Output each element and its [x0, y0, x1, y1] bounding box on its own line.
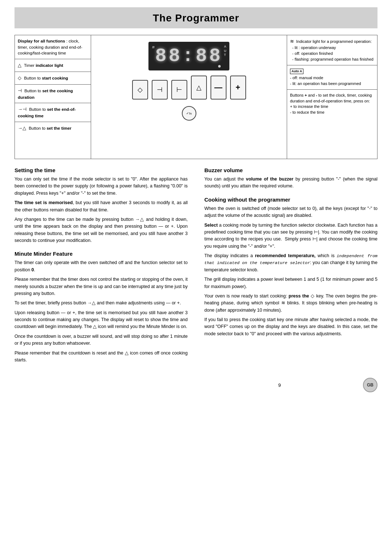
body-left: Setting the time You can only set the ti…: [15, 167, 191, 366]
minute-minder-para-3: To set the timer, briefly press button →…: [15, 300, 188, 307]
cooking-without-para-6: If you fail to press the cooking start k…: [204, 316, 377, 337]
label-display: Display for all functions : clock, timer…: [15, 35, 91, 59]
cooking-without-para-3: The display indicates a recommended temp…: [204, 252, 377, 274]
diagram-box: Display for all functions : clock, timer…: [15, 35, 377, 159]
cooking-without-para-4: The grill display indicates a power leve…: [204, 276, 377, 290]
center-panel: m 88:88 AUT ◇ ⊣ ⊢ △ —: [91, 35, 287, 159]
btn-col-1: ◇: [132, 80, 148, 100]
oven-display: m 88:88 AUT: [148, 42, 229, 70]
minute-minder-para-1: The timer can only operate with the oven…: [15, 259, 188, 274]
page-title-bar: The Programmer: [15, 7, 377, 28]
section-minute-minder-title: Minute Minder Feature: [15, 251, 188, 257]
button-arrow-right[interactable]: ⊢: [171, 80, 187, 100]
display-side-text: AUT: [224, 45, 226, 57]
page-title: The Programmer: [15, 12, 377, 24]
indicator-light-icon: ≋: [290, 39, 294, 44]
page-footer: 9 GB: [15, 378, 377, 392]
label-set-timer: →△ Button to set the timer: [15, 122, 91, 134]
right-label-indicator: ≋ Indicator light for a programmed opera…: [287, 35, 377, 65]
cooking-without-para-2: Select a cooking mode by turning the fun…: [204, 222, 377, 250]
auto-a-badge: Auto A: [290, 69, 303, 74]
button-arrow-left[interactable]: ⊣: [152, 80, 168, 100]
minute-minder-para-5: Once the countdown is over, a buzzer wil…: [15, 333, 188, 347]
timer-indicator-icon: △: [18, 62, 21, 68]
cooking-without-para-1: When the oven is switched off (mode sele…: [204, 205, 377, 219]
center-bottom-row: ✓5s: [95, 104, 283, 121]
setting-time-para-2: The time set is memorised, but you still…: [15, 199, 188, 214]
diagram-inner: Display for all functions : clock, timer…: [15, 35, 377, 159]
confirm-btn-area: ✓5s: [182, 104, 196, 121]
button-bell[interactable]: △: [191, 76, 207, 100]
btn-col-5: —: [211, 76, 226, 100]
page-number: 9: [278, 382, 281, 388]
label-cooking-duration: ⊣ Button to set the cooking duration: [15, 85, 91, 104]
right-label-plus-minus: Buttons + and - to set the clock, timer,…: [287, 90, 377, 118]
buttons-row: ◇ ⊣ ⊢ △ — +: [95, 76, 283, 100]
btn-col-6: +: [230, 76, 246, 100]
btn-col-2: ⊣: [152, 80, 168, 100]
button-confirm[interactable]: ✓5s: [182, 106, 196, 121]
cooking-duration-icon: ⊣: [18, 88, 22, 93]
button-plus[interactable]: +: [230, 76, 246, 100]
set-timer-icon: →△: [18, 125, 26, 131]
right-label-auto: Auto A - off: manual mode - lit: an oper…: [287, 65, 377, 90]
left-labels: Display for all functions : clock, timer…: [15, 35, 91, 159]
section-buzzer-title: Buzzer volume: [204, 167, 377, 173]
buzzer-para-1: You can adjust the volume of the buzzer …: [204, 176, 377, 190]
setting-time-para-3: Any changes to the time can be made by p…: [15, 216, 188, 244]
minute-minder-para-2: Please remember that the timer does not …: [15, 276, 188, 297]
display-dot: [218, 65, 221, 68]
start-cooking-icon: ◇: [18, 75, 21, 81]
display-digits: 88:88: [155, 45, 222, 67]
label-display-text: Display for all functions : clock, timer…: [18, 39, 82, 55]
gb-badge: GB: [363, 378, 377, 392]
button-minus[interactable]: —: [211, 76, 226, 100]
label-end-of-cooking: →⊣ Button to set the end-of-cooking time: [15, 103, 91, 122]
cooking-without-para-5: Your oven is now ready to start cooking:…: [204, 293, 377, 314]
label-timer-indicator: △ Timer indicator light: [15, 59, 91, 72]
minute-minder-para-6: Please remember that the countdown is re…: [15, 350, 188, 364]
body-right: Buzzer volume You can adjust the volume …: [202, 167, 377, 366]
button-diamond[interactable]: ◇: [132, 80, 148, 100]
btn-col-4: △: [191, 76, 207, 100]
section-setting-time-title: Setting the time: [15, 167, 188, 173]
label-start-cooking: ◇ Button to start cooking: [15, 72, 91, 85]
setting-time-para-1: You can only set the time if the mode se…: [15, 176, 188, 197]
section-cooking-without-title: Cooking without the programmer: [204, 197, 377, 203]
end-of-cooking-icon: →⊣: [18, 106, 26, 112]
right-labels: ≋ Indicator light for a programmed opera…: [287, 35, 377, 159]
minute-minder-para-4: Upon releasing button — or +, the time s…: [15, 309, 188, 331]
btn-col-3: ⊢: [171, 80, 187, 100]
body-content: Setting the time You can only set the ti…: [15, 167, 377, 366]
display-m-icon: m: [152, 45, 156, 49]
